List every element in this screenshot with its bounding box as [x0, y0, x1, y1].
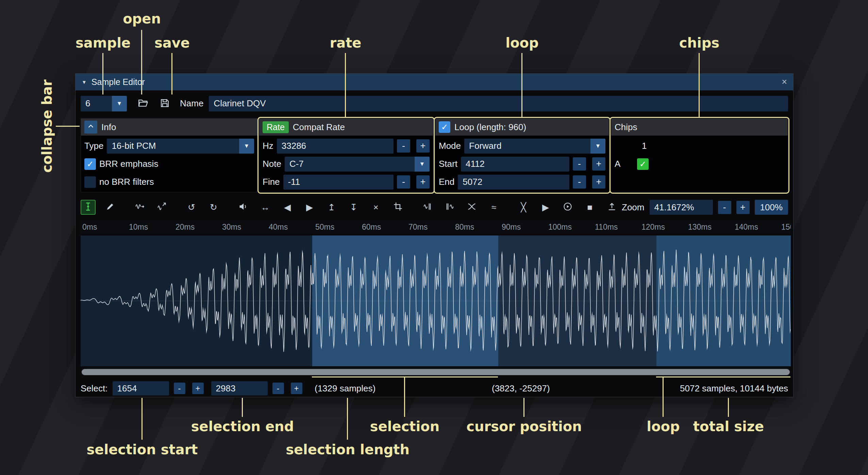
discard-button[interactable]: ╳ — [516, 200, 531, 215]
invert-icon: ▶ — [306, 203, 313, 212]
fade-out-button[interactable]: ↧ — [346, 200, 361, 215]
waveform-display[interactable] — [81, 235, 791, 366]
select-tool-button[interactable] — [81, 200, 96, 215]
trim-icon — [393, 202, 403, 213]
zoom-plus-button[interactable]: + — [736, 201, 750, 214]
hz-minus-button[interactable]: - — [397, 139, 410, 153]
resample-button[interactable] — [154, 200, 169, 215]
chips-body: 1 A ✓ — [611, 136, 788, 174]
sample-selector[interactable]: 6 ▼ — [81, 96, 127, 111]
loop-start-minus-button[interactable]: - — [573, 157, 586, 171]
zoom-input[interactable]: 41.1672% — [650, 200, 713, 215]
note-dropdown[interactable]: C-7 ▼ — [285, 157, 430, 172]
preview-button[interactable] — [560, 200, 575, 215]
loop-end-row: End 5072 - + — [439, 174, 605, 190]
window-collapse-icon[interactable]: ▼ — [82, 79, 87, 85]
loop-end-minus-button[interactable]: - — [573, 175, 586, 189]
fade-in-button[interactable]: ↥ — [324, 200, 339, 215]
type-dropdown[interactable]: 16-bit PCM ▼ — [107, 139, 254, 154]
selection-start-plus-button[interactable]: + — [192, 383, 204, 394]
insert-silence-button[interactable] — [420, 200, 435, 215]
hz-plus-button[interactable]: + — [416, 139, 430, 153]
waveform-scrollbar[interactable] — [81, 368, 791, 376]
annotation-selection-start: selection start — [87, 442, 198, 457]
discard-icon: ╳ — [521, 203, 526, 212]
timeline-label: 0ms — [81, 223, 127, 232]
brr-emphasis-row: ✓ BRR emphasis — [84, 156, 254, 172]
timeline-label: 80ms — [453, 223, 500, 232]
selection-end-input[interactable]: 2983 — [211, 381, 268, 395]
selection-start-minus-button[interactable]: - — [174, 383, 185, 394]
titlebar[interactable]: ▼ Sample Editor × — [76, 74, 793, 90]
crossfade-button[interactable] — [464, 200, 479, 215]
play-button[interactable]: ▶ — [538, 200, 553, 215]
collapse-bar-button[interactable] — [84, 121, 97, 134]
dropdown-arrow-icon[interactable]: ▼ — [415, 157, 430, 172]
annotation-line-sample — [102, 53, 103, 94]
close-icon[interactable]: × — [782, 77, 787, 87]
selection-end-plus-button[interactable]: + — [291, 383, 302, 394]
undo-button[interactable]: ↺ — [184, 200, 199, 215]
stop-button[interactable]: ■ — [582, 200, 597, 215]
dropdown-arrow-icon[interactable]: ▼ — [112, 96, 127, 111]
no-brr-filters-checkbox[interactable]: ✓ — [84, 176, 96, 188]
annotation-line-chips — [699, 53, 700, 117]
name-label: Name — [180, 98, 203, 109]
name-input[interactable]: Clarinet DQV — [209, 96, 788, 111]
dropdown-arrow-icon[interactable]: ▼ — [239, 139, 254, 154]
filter-button[interactable]: ≈ — [486, 200, 501, 215]
loop-start-input[interactable]: 4112 — [461, 157, 569, 172]
trim-button[interactable] — [390, 200, 405, 215]
dropdown-arrow-icon[interactable]: ▼ — [590, 139, 605, 154]
annotation-selection-end: selection end — [191, 419, 294, 434]
selection-start-input[interactable]: 1654 — [113, 381, 169, 395]
apply-silence-button[interactable] — [442, 200, 457, 215]
annotation-line-selection-start — [141, 398, 143, 440]
amplify-button[interactable] — [236, 200, 251, 215]
rate-badge[interactable]: Rate — [263, 121, 289, 133]
crossfade-icon — [467, 202, 477, 213]
fine-minus-button[interactable]: - — [397, 175, 410, 189]
redo-button[interactable]: ↻ — [206, 200, 221, 215]
resize-button[interactable] — [132, 200, 147, 215]
zoom-minus-button[interactable]: - — [718, 201, 731, 214]
fine-label: Fine — [263, 177, 280, 187]
zoom-reset-button[interactable]: 100% — [755, 200, 788, 215]
annotation-line-total-size — [728, 398, 729, 417]
loop-end-plus-button[interactable]: + — [592, 175, 605, 189]
import-button[interactable] — [604, 200, 619, 215]
save-button[interactable] — [157, 96, 172, 111]
annotation-chips: chips — [679, 35, 719, 51]
open-button[interactable] — [135, 96, 151, 111]
screenshot-root: ▼ Sample Editor × 6 ▼ Name Clarinet DQV — [0, 0, 868, 475]
silence-button[interactable]: × — [368, 200, 383, 215]
waveform-canvas[interactable] — [81, 235, 791, 366]
chip-a-checkbox[interactable]: ✓ — [637, 158, 649, 170]
insert-silence-icon — [423, 202, 432, 213]
loop-header: ✓ Loop (length: 960) — [435, 119, 609, 136]
loop-start-row: Start 4112 - + — [439, 156, 605, 172]
fine-value: -11 — [288, 177, 300, 187]
loop-end-input[interactable]: 5072 — [458, 175, 569, 190]
chip-column-number: 1 — [615, 141, 647, 151]
selection-end-minus-button[interactable]: - — [272, 383, 284, 394]
fine-input[interactable]: -11 — [283, 175, 394, 190]
timeline-label: 60ms — [360, 223, 407, 232]
normalize-button[interactable]: ↔ — [258, 200, 273, 215]
chips-header: Chips — [611, 119, 788, 136]
brr-emphasis-checkbox[interactable]: ✓ — [84, 158, 96, 170]
hz-input[interactable]: 33286 — [277, 139, 394, 154]
zoom-controls: Zoom 41.1672% - + 100% — [622, 200, 788, 215]
sample-editor-window: ▼ Sample Editor × 6 ▼ Name Clarinet DQV — [75, 73, 794, 397]
loop-mode-dropdown[interactable]: Forward ▼ — [464, 139, 605, 154]
loop-start-plus-button[interactable]: + — [592, 157, 605, 171]
reverse-button[interactable]: ◀ — [280, 200, 295, 215]
info-title: Info — [101, 122, 116, 133]
invert-button[interactable]: ▶ — [302, 200, 317, 215]
info-header[interactable]: Info — [81, 119, 257, 136]
draw-tool-button[interactable] — [103, 200, 118, 215]
fine-plus-button[interactable]: + — [416, 175, 430, 189]
chips-title: Chips — [615, 122, 637, 133]
scrollbar-thumb[interactable] — [82, 369, 790, 375]
loop-enable-checkbox[interactable]: ✓ — [439, 121, 450, 133]
